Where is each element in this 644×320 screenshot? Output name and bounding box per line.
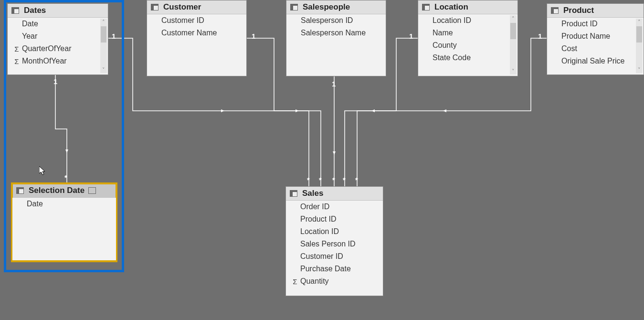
- svg-marker-2: [371, 109, 375, 112]
- field-row[interactable]: Date: [8, 18, 108, 30]
- field-row[interactable]: Salesperson ID: [286, 14, 386, 27]
- field-row[interactable]: Location ID: [286, 225, 383, 238]
- field-row[interactable]: ΣQuarterOfYear: [8, 43, 108, 55]
- table-sales[interactable]: Sales Order ID Product ID Location ID Sa…: [285, 186, 383, 296]
- table-icon: [151, 4, 158, 11]
- scrollbar[interactable]: ˄ ˅: [100, 19, 107, 73]
- table-icon: [290, 190, 297, 197]
- cardinality-many: *: [307, 176, 310, 184]
- cardinality-many: *: [64, 173, 67, 181]
- table-header[interactable]: Dates: [8, 4, 108, 18]
- field-row[interactable]: Customer Name: [147, 27, 246, 39]
- table-header[interactable]: Location: [418, 0, 517, 14]
- table-header[interactable]: Product: [547, 4, 644, 18]
- table-title: Location: [434, 2, 468, 12]
- table-customer[interactable]: Customer Customer ID Customer Name: [147, 0, 247, 76]
- calculated-table-icon: [88, 187, 96, 194]
- scroll-thumb[interactable]: [510, 23, 516, 39]
- mouse-cursor: [39, 166, 47, 178]
- scrollbar[interactable]: ˄ ˅: [636, 19, 643, 73]
- scrollbar[interactable]: ˄ ˅: [510, 15, 517, 75]
- cardinality-one: 1: [112, 32, 116, 40]
- field-row[interactable]: Order ID: [286, 201, 383, 213]
- table-header[interactable]: Salespeople: [286, 0, 386, 14]
- scroll-down-icon[interactable]: ˅: [100, 66, 107, 73]
- scroll-thumb[interactable]: [101, 26, 106, 43]
- svg-marker-0: [221, 109, 224, 112]
- field-row[interactable]: Salesperson Name: [286, 27, 386, 39]
- cardinality-one: 1: [252, 32, 255, 40]
- cardinality-one: 1: [538, 32, 542, 40]
- scroll-down-icon[interactable]: ˅: [510, 68, 517, 75]
- svg-marker-4: [65, 149, 68, 153]
- table-icon: [11, 7, 19, 14]
- field-row[interactable]: State Code: [418, 52, 517, 64]
- svg-marker-3: [443, 109, 446, 112]
- table-icon: [551, 7, 559, 14]
- sigma-icon: Σ: [11, 45, 22, 53]
- cardinality-many: *: [319, 176, 322, 184]
- table-title: Product: [563, 6, 594, 15]
- cardinality-one: 1: [332, 80, 336, 88]
- cardinality-one: 1: [409, 32, 413, 40]
- cardinality-many: *: [355, 176, 358, 184]
- field-row[interactable]: Product Name: [547, 30, 644, 43]
- field-row[interactable]: Purchase Date: [286, 263, 383, 275]
- scroll-up-icon[interactable]: ˄: [100, 19, 107, 25]
- table-icon: [16, 187, 24, 194]
- field-row[interactable]: ΣQuantity: [286, 275, 383, 288]
- table-selection-date[interactable]: Selection Date Date: [12, 183, 116, 261]
- cardinality-many: *: [332, 176, 335, 184]
- field-row[interactable]: Sales Person ID: [286, 238, 383, 250]
- field-row[interactable]: Original Sale Price: [547, 55, 644, 67]
- field-row[interactable]: Year: [8, 30, 108, 43]
- table-icon: [290, 4, 298, 11]
- table-title: Customer: [163, 2, 201, 12]
- field-row[interactable]: ΣMonthOfYear: [8, 55, 108, 67]
- field-row[interactable]: Location ID: [418, 14, 517, 27]
- table-location[interactable]: Location Location ID Name County State C…: [418, 0, 518, 76]
- scroll-thumb[interactable]: [636, 26, 642, 43]
- field-row[interactable]: Cost: [547, 43, 644, 55]
- table-title: Sales: [302, 189, 323, 198]
- cardinality-many: *: [343, 176, 346, 184]
- table-product[interactable]: Product Product ID Product Name Cost Ori…: [547, 3, 644, 75]
- model-canvas[interactable]: 1 * 1 1 1 1 1 * * * * * Dates Date Year …: [0, 0, 644, 320]
- sigma-icon: Σ: [290, 277, 300, 286]
- table-header[interactable]: Sales: [286, 187, 383, 201]
- scroll-down-icon[interactable]: ˅: [636, 66, 643, 73]
- table-dates[interactable]: Dates Date Year ΣQuarterOfYear ΣMonthOfY…: [7, 3, 108, 75]
- table-title: Salespeople: [303, 2, 350, 12]
- table-header[interactable]: Customer: [147, 0, 246, 14]
- field-row[interactable]: Product ID: [286, 213, 383, 225]
- field-row[interactable]: Date: [12, 198, 116, 210]
- sigma-icon: Σ: [11, 57, 22, 65]
- field-row[interactable]: Customer ID: [286, 250, 383, 263]
- field-row[interactable]: County: [418, 39, 517, 52]
- scroll-up-icon[interactable]: ˄: [510, 15, 517, 22]
- svg-marker-5: [333, 151, 336, 155]
- table-title: Selection Date: [29, 186, 84, 195]
- table-title: Dates: [24, 6, 46, 15]
- cardinality-one: 1: [53, 77, 57, 85]
- svg-marker-6: [39, 166, 45, 175]
- svg-marker-1: [296, 109, 299, 112]
- field-row[interactable]: Name: [418, 27, 517, 39]
- table-salespeople[interactable]: Salespeople Salesperson ID Salesperson N…: [286, 0, 386, 76]
- table-header[interactable]: Selection Date: [12, 184, 116, 198]
- table-icon: [422, 4, 430, 11]
- scroll-up-icon[interactable]: ˄: [636, 19, 643, 25]
- field-row[interactable]: Customer ID: [147, 14, 246, 27]
- field-row[interactable]: Product ID: [547, 18, 644, 30]
